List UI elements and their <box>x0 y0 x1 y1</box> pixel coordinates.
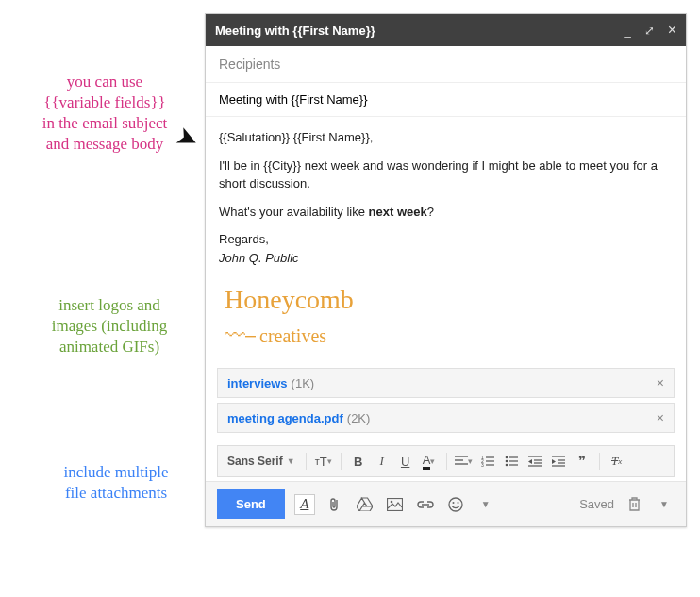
minimize-icon[interactable]: _ <box>624 24 630 38</box>
annotation-variables: you can use{{variable fields}}in the ema… <box>15 72 194 155</box>
body-greeting: {{Salutation}} {{First Name}}, <box>219 128 673 147</box>
swirl-icon: 〰⎯ <box>225 320 256 351</box>
text-color-button[interactable]: A▾ <box>419 450 440 473</box>
emoji-icon[interactable] <box>445 494 466 515</box>
logo-main-text: Honeycomb <box>225 280 667 320</box>
font-size-button[interactable]: тT▾ <box>313 450 334 473</box>
compose-title: Meeting with {{First Name}} <box>215 24 624 38</box>
italic-button[interactable]: I <box>372 450 392 473</box>
annotation-images: insert logos andimages (includinganimate… <box>25 295 194 357</box>
more-options-icon[interactable]: ▼ <box>654 494 675 515</box>
attachment-row[interactable]: interviews (1K) × <box>217 368 675 398</box>
logo-sub-text: creatives <box>259 322 326 350</box>
svg-point-27 <box>449 498 462 511</box>
chevron-down-icon: ▼ <box>287 456 295 466</box>
attach-file-icon[interactable] <box>325 494 345 515</box>
quote-button[interactable]: ❞ <box>572 450 592 473</box>
svg-point-9 <box>505 456 508 459</box>
annotation-attachments: include multiplefile attachments <box>36 462 196 504</box>
formatting-options-button[interactable]: A <box>294 494 315 515</box>
bold-button[interactable]: B <box>348 450 369 473</box>
insert-link-icon[interactable] <box>415 494 436 515</box>
attachment-name: meeting agenda.pdf <box>227 411 343 425</box>
svg-point-26 <box>391 500 393 503</box>
attachment-size: (1K) <box>292 376 315 390</box>
svg-point-28 <box>452 502 454 504</box>
compose-footer: Send A ▼ Saved ▼ <box>206 481 686 526</box>
saved-label: Saved <box>579 497 614 511</box>
recipients-field[interactable]: Recipients <box>206 46 686 83</box>
drive-icon[interactable] <box>355 494 375 515</box>
attachments-list: interviews (1K) × meeting agenda.pdf (2K… <box>206 362 686 441</box>
compose-window: Meeting with {{First Name}} _ ⤢ × Recipi… <box>205 13 687 527</box>
svg-point-11 <box>505 464 508 467</box>
compose-header: Meeting with {{First Name}} _ ⤢ × <box>206 14 686 46</box>
underline-button[interactable]: U <box>395 450 416 473</box>
align-button[interactable]: ▾ <box>454 450 475 473</box>
indent-more-button[interactable] <box>548 450 569 473</box>
svg-marker-19 <box>528 459 532 464</box>
body-para1: I'll be in {{City}} next week and was wo… <box>219 157 673 193</box>
insert-photo-icon[interactable] <box>385 494 406 515</box>
svg-point-10 <box>505 460 508 463</box>
remove-attachment-icon[interactable]: × <box>657 375 664 390</box>
close-icon[interactable]: × <box>668 22 676 39</box>
send-button[interactable]: Send <box>217 489 285 519</box>
expand-icon[interactable]: ⤢ <box>644 24 655 38</box>
email-body[interactable]: {{Salutation}} {{First Name}}, I'll be i… <box>206 117 686 362</box>
font-select[interactable]: Sans Serif ▼ <box>224 450 299 473</box>
attachment-name: interviews <box>227 376 288 390</box>
indent-less-button[interactable] <box>525 450 545 473</box>
svg-text:3: 3 <box>481 462 484 467</box>
more-options-down-icon[interactable]: ▼ <box>475 494 496 515</box>
body-para2: What's your availability like next week? <box>219 203 673 222</box>
inline-logo: Honeycomb 〰⎯ creatives <box>219 276 673 360</box>
bullet-list-button[interactable] <box>501 450 522 473</box>
remove-attachment-icon[interactable]: × <box>657 410 664 425</box>
attachment-size: (2K) <box>347 411 371 425</box>
numbered-list-button[interactable]: 123 <box>477 450 498 473</box>
remove-formatting-button[interactable]: Tx <box>607 450 627 473</box>
discard-icon[interactable] <box>624 494 644 515</box>
svg-marker-24 <box>552 459 556 464</box>
attachment-row[interactable]: meeting agenda.pdf (2K) × <box>217 403 675 433</box>
subject-field[interactable]: Meeting with {{First Name}} <box>206 83 686 117</box>
body-closing: Regards, <box>219 230 673 249</box>
svg-point-29 <box>457 502 458 504</box>
formatting-toolbar: Sans Serif ▼ тT▾ B I U A▾ ▾ 123 ❞ Tx <box>217 445 675 477</box>
body-signature-name: John Q. Public <box>219 249 673 268</box>
